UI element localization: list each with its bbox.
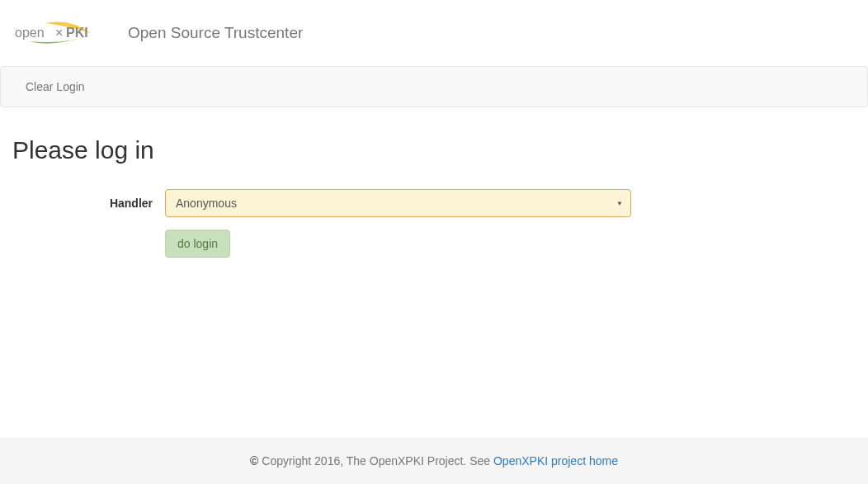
handler-row: Handler Anonymous ▼ <box>12 189 856 217</box>
svg-text:×: × <box>55 26 63 40</box>
svg-text:open: open <box>15 26 45 40</box>
project-home-link[interactable]: OpenXPKI project home <box>493 454 618 467</box>
app-title: Open Source Trustcenter <box>128 24 303 42</box>
handler-select[interactable]: Anonymous <box>165 189 631 217</box>
submit-row: do login <box>12 230 856 258</box>
footer: © Copyright 2016, The OpenXPKI Project. … <box>0 438 868 484</box>
handler-label: Handler <box>12 189 165 217</box>
copyright-symbol: © <box>250 454 258 467</box>
openxpki-logo: open × PKI <box>12 17 103 50</box>
navbar: Clear Login <box>0 66 868 107</box>
header: open × PKI Open Source Trustcenter <box>0 0 868 66</box>
do-login-button[interactable]: do login <box>165 230 230 258</box>
svg-text:PKI: PKI <box>66 26 88 40</box>
clear-login-link[interactable]: Clear Login <box>13 68 97 106</box>
page-title: Please log in <box>12 136 856 164</box>
main-content: Please log in Handler Anonymous ▼ do log… <box>0 107 868 282</box>
copyright-text: Copyright 2016, The OpenXPKI Project. Se… <box>258 454 493 467</box>
